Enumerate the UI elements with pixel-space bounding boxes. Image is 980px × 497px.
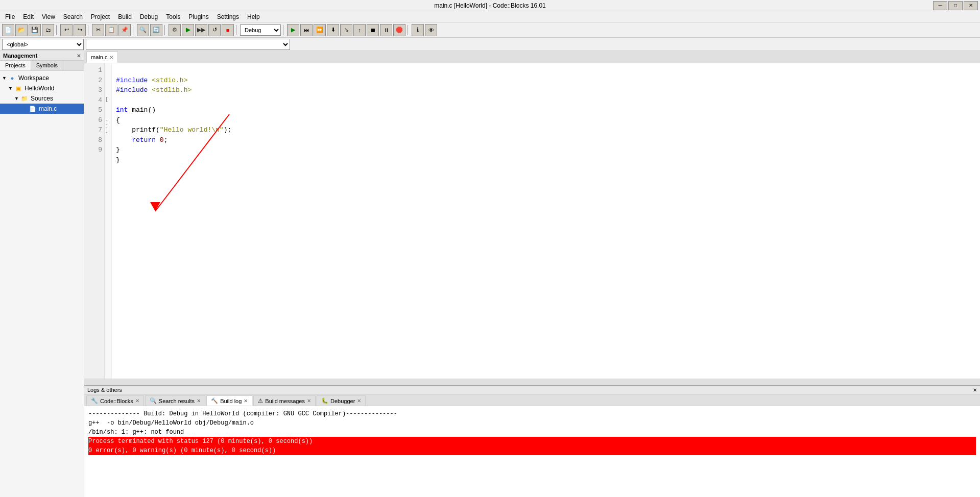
find-button[interactable]: 🔍	[137, 24, 149, 36]
debug-watch-button[interactable]: 👁	[425, 24, 437, 36]
line-num-7: 7	[86, 125, 102, 135]
menu-tools[interactable]: Tools	[163, 12, 183, 21]
build-run-button[interactable]: ▶▶	[195, 24, 207, 36]
build-log-tab-label: Build log	[220, 398, 242, 404]
search-results-tab-close[interactable]: ✕	[197, 398, 201, 404]
svg-marker-1	[150, 202, 160, 211]
workspace-label: Workspace	[18, 74, 49, 82]
tab-build-log[interactable]: 🔨 Build log ✕	[206, 395, 252, 406]
debug-stop-button[interactable]: ⏹	[367, 24, 379, 36]
editor-tab-mainc[interactable]: main.c ✕	[86, 52, 118, 63]
debugger-tab-icon: 🐛	[321, 397, 328, 404]
run-button[interactable]: ▶	[182, 24, 194, 36]
build-messages-tab-close[interactable]: ✕	[307, 398, 311, 404]
maximize-button[interactable]: □	[948, 1, 963, 10]
bottom-panel-close[interactable]: ✕	[973, 387, 977, 393]
code-editor[interactable]: 1 2 3 4 5 6 7 8 9 [ ] ]	[84, 63, 980, 379]
debug-step3-button[interactable]: ↑	[353, 24, 366, 36]
menu-search[interactable]: Search	[60, 12, 86, 21]
debug-next2-button[interactable]: ⏩	[314, 24, 326, 36]
editor-tab-close[interactable]: ✕	[109, 55, 113, 60]
line-num-5: 5	[86, 105, 102, 115]
menu-bar: File Edit View Search Project Build Debu…	[0, 11, 980, 22]
scope-dropdown[interactable]: <global>	[2, 39, 84, 50]
project-icon: ▣	[14, 84, 22, 92]
debug-step-button[interactable]: ⬇	[327, 24, 339, 36]
tab-projects[interactable]: Projects	[0, 61, 31, 70]
cut-button[interactable]: ✂	[92, 24, 104, 36]
left-tab-bar: Projects Symbols	[0, 61, 84, 71]
sep7	[408, 25, 410, 35]
sep4	[164, 25, 166, 35]
log-line-1: -------------- Build: Debug in HelloWorl…	[88, 409, 976, 418]
build-target-button[interactable]: ⚙	[169, 24, 181, 36]
codeblocks-tab-icon: 🔧	[91, 397, 98, 404]
toolbar-main: 📄 📂 💾 🗂 ↩ ↪ ✂ 📋 📌 🔍 🔄 ⚙ ▶ ▶▶ ↺ ■ Debug R…	[0, 22, 980, 38]
editor-hscroll[interactable]	[84, 379, 980, 385]
codeblocks-tab-close[interactable]: ✕	[135, 398, 139, 404]
symbol-dropdown[interactable]	[86, 39, 290, 50]
tab-codeblocks[interactable]: 🔧 Code::Blocks ✕	[86, 395, 144, 406]
save-button[interactable]: 💾	[29, 24, 41, 36]
paste-button[interactable]: 📌	[118, 24, 131, 36]
tree-helloworld[interactable]: ▼ ▣ HelloWorld	[0, 83, 84, 93]
undo-button[interactable]: ↩	[60, 24, 73, 36]
redo-button[interactable]: ↪	[74, 24, 86, 36]
menu-debug[interactable]: Debug	[137, 12, 161, 21]
build-messages-tab-icon: ⚠	[258, 397, 263, 404]
menu-project[interactable]: Project	[88, 12, 113, 21]
right-area: main.c ✕ 1 2 3 4 5 6 7 8 9	[84, 51, 980, 497]
line-numbers: 1 2 3 4 5 6 7 8 9	[84, 63, 105, 379]
replace-button[interactable]: 🔄	[150, 24, 162, 36]
minimize-button[interactable]: ─	[933, 1, 947, 10]
log-content[interactable]: -------------- Build: Debug in HelloWorl…	[84, 406, 980, 497]
bottom-panel: Logs & others ✕ 🔧 Code::Blocks ✕ 🔍 Searc…	[84, 385, 980, 497]
search-results-tab-icon: 🔍	[150, 397, 157, 404]
tree-sources[interactable]: ▼ 📁 Sources	[0, 93, 84, 104]
bottom-panel-header: Logs & others ✕	[84, 386, 980, 394]
debug-info-button[interactable]: ℹ	[412, 24, 424, 36]
menu-plugins[interactable]: Plugins	[185, 12, 211, 21]
menu-build[interactable]: Build	[115, 12, 135, 21]
sep3	[133, 25, 135, 35]
close-button[interactable]: ✕	[964, 1, 978, 10]
code-content[interactable]: #include <stdio.h> #include <stdlib.h> i…	[112, 63, 980, 379]
debug-run-button[interactable]: ▶	[287, 24, 299, 36]
debug-pause-button[interactable]: ⏸	[380, 24, 392, 36]
line-num-3: 3	[86, 85, 102, 95]
build-config-dropdown[interactable]: Debug Release	[240, 24, 281, 36]
save-all-button[interactable]: 🗂	[42, 24, 54, 36]
rebuild-button[interactable]: ↺	[208, 24, 221, 36]
build-messages-tab-label: Build messages	[265, 398, 305, 404]
debug-stop2-button[interactable]: 🛑	[393, 24, 405, 36]
editor-tab-label: main.c	[91, 54, 107, 60]
debug-next-button[interactable]: ⏭	[300, 24, 313, 36]
stop-button[interactable]: ■	[222, 24, 234, 36]
tab-debugger[interactable]: 🐛 Debugger ✕	[317, 395, 366, 406]
menu-help[interactable]: Help	[244, 12, 263, 21]
tree-workspace[interactable]: ▼ ● Workspace	[0, 73, 84, 83]
menu-edit[interactable]: Edit	[20, 12, 37, 21]
copy-button[interactable]: 📋	[105, 24, 117, 36]
menu-settings[interactable]: Settings	[214, 12, 242, 21]
project-label: HelloWorld	[25, 85, 54, 92]
menu-file[interactable]: File	[2, 12, 18, 21]
build-log-tab-icon: 🔨	[211, 397, 218, 404]
line-num-8: 8	[86, 135, 102, 145]
menu-view[interactable]: View	[39, 12, 58, 21]
tab-symbols[interactable]: Symbols	[31, 61, 63, 70]
tab-build-messages[interactable]: ⚠ Build messages ✕	[253, 395, 316, 406]
left-panel: Management ✕ Projects Symbols ▼ ● Worksp…	[0, 51, 84, 497]
file-icon: 📄	[29, 105, 37, 113]
tree-mainc[interactable]: 📄 main.c	[0, 104, 84, 114]
tab-search-results[interactable]: 🔍 Search results ✕	[145, 395, 205, 406]
title-bar: main.c [HelloWorld] - Code::Blocks 16.01…	[0, 0, 980, 11]
debugger-tab-close[interactable]: ✕	[357, 398, 361, 404]
line-num-2: 2	[86, 76, 102, 86]
open-button[interactable]: 📂	[15, 24, 28, 36]
build-log-tab-close[interactable]: ✕	[244, 398, 248, 404]
sources-label: Sources	[31, 95, 53, 102]
new-button[interactable]: 📄	[2, 24, 14, 36]
management-close-button[interactable]: ✕	[77, 53, 81, 59]
debug-step2-button[interactable]: ↘	[340, 24, 352, 36]
